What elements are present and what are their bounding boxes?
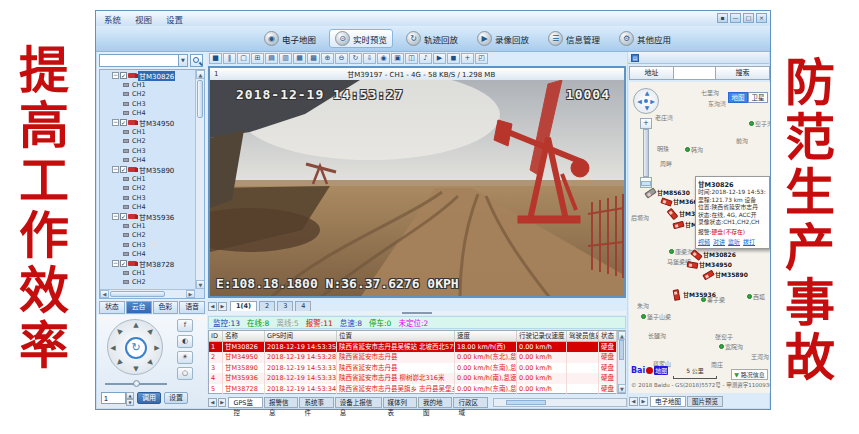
- scroll-thumb[interactable]: [110, 291, 165, 297]
- tree-channel-row[interactable]: CH2: [112, 278, 195, 287]
- popup-action-link[interactable]: 监听: [728, 237, 740, 246]
- pan-center-icon[interactable]: [644, 99, 648, 103]
- tab-scroll-right-icon[interactable]: ▶: [639, 397, 648, 406]
- vehicle-marker[interactable]: 甘M85630: [645, 188, 690, 197]
- video-cell[interactable]: 1 甘M39197 - CH1 - 4G - 58 KB/S / 1.298 M…: [208, 66, 626, 298]
- bottom-tab[interactable]: 图片预览: [687, 396, 723, 407]
- scroll-up-icon[interactable]: ▲: [196, 70, 205, 79]
- map-type-button[interactable]: 地图: [728, 92, 748, 103]
- bottom-tab[interactable]: GPS监控: [228, 397, 263, 408]
- tab-scroll-right-icon[interactable]: ▶: [218, 398, 227, 407]
- tree-channel-row[interactable]: CH2: [112, 231, 195, 240]
- nav-info[interactable]: ☰ 信息管理: [542, 29, 606, 48]
- tree-channel-row[interactable]: CH1: [112, 80, 195, 89]
- device-checkbox[interactable]: ✓: [120, 72, 127, 79]
- tab-scroll-left-icon[interactable]: ◀: [208, 398, 217, 407]
- popup-action-link[interactable]: 视频: [698, 237, 710, 246]
- pan-up-icon[interactable]: ▲: [643, 89, 651, 97]
- tree-device-row[interactable]: − ✓ 甘M35936: [112, 212, 195, 221]
- video-page-tab[interactable]: 1(4): [230, 301, 257, 311]
- light-icon[interactable]: ○: [177, 367, 193, 380]
- layout-8-icon[interactable]: ▥: [279, 53, 292, 64]
- scroll-down-icon[interactable]: ▼: [196, 280, 205, 289]
- vehicle-marker[interactable]: 甘M34950: [687, 260, 732, 269]
- bottom-tab[interactable]: 我的地图: [418, 397, 452, 408]
- menu-item[interactable]: 系统: [104, 13, 121, 25]
- tree-channel-row[interactable]: CH4: [112, 156, 195, 165]
- column-header[interactable]: ID: [209, 331, 223, 341]
- device-checkbox[interactable]: ✓: [120, 260, 127, 267]
- ptz-right-icon[interactable]: ▶: [152, 343, 162, 353]
- map-canvas[interactable]: 东沟湾 老庄湾 窑子沟 前沟 明珠 韩沟 周畔 七里沟 后塬沟 康梁沟 马堡梁组…: [629, 82, 770, 393]
- zoom-in-icon[interactable]: ⊕: [321, 53, 334, 64]
- ptz-upleft-icon[interactable]: ▲: [112, 324, 126, 338]
- side-tab[interactable]: 色彩: [153, 301, 179, 314]
- scroll-thumb[interactable]: [197, 80, 203, 118]
- preset-number-input[interactable]: [101, 392, 126, 404]
- camera-icon[interactable]: ◫: [405, 53, 418, 64]
- tree-channel-row[interactable]: CH3: [112, 193, 195, 202]
- side-tab[interactable]: 语音: [179, 301, 205, 314]
- map-search-button[interactable]: 搜索: [716, 66, 770, 80]
- video-page-tab[interactable]: 4: [295, 301, 311, 311]
- stop-icon[interactable]: ■: [209, 53, 222, 64]
- bottom-tab[interactable]: 报警信息: [264, 397, 298, 408]
- scroll-up-icon[interactable]: ▲: [618, 331, 626, 340]
- scroll-down-icon[interactable]: ▼: [618, 384, 626, 393]
- tree-channel-row[interactable]: CH3: [112, 99, 195, 108]
- ptz-auto-icon[interactable]: ↻: [125, 337, 147, 359]
- pan-down-icon[interactable]: ▲: [643, 105, 651, 113]
- iris-icon[interactable]: ◐: [177, 335, 193, 348]
- preset-call-button[interactable]: 调用: [137, 392, 161, 404]
- collapse-icon[interactable]: −: [112, 72, 119, 79]
- tree-channel-row[interactable]: CH2: [112, 184, 195, 193]
- tree-channel-row[interactable]: CH1: [112, 221, 195, 230]
- refresh-icon[interactable]: ↻: [349, 53, 362, 64]
- column-header[interactable]: 行驶记录仪速度: [517, 331, 567, 341]
- audio-icon[interactable]: ♪: [419, 53, 432, 64]
- device-checkbox[interactable]: ✓: [120, 213, 127, 220]
- vehicle-marker[interactable]: 甘M30826: [691, 250, 736, 259]
- record-icon[interactable]: ◉: [377, 53, 390, 64]
- snapshot-icon[interactable]: ▣: [391, 53, 404, 64]
- tree-hscrollbar[interactable]: ◀ ▶: [100, 289, 195, 298]
- collapse-icon[interactable]: −: [112, 119, 119, 126]
- bottom-tab[interactable]: 行政区域: [453, 397, 487, 408]
- table-row[interactable]: 3 甘M35890 2018-12-19 14:53:33 陕西省延安市志丹县 …: [209, 363, 625, 373]
- nav-track[interactable]: ↻ 轨迹回放: [400, 29, 464, 48]
- ptz-wheel[interactable]: ▲ ▲ ▶ ▲ ▼ ▲ ◀ ▲ ↻: [107, 319, 163, 375]
- bottom-tab[interactable]: 电子地图: [650, 396, 686, 407]
- tree-device-row[interactable]: − ✓ 甘M35890: [112, 165, 195, 174]
- bottom-tab[interactable]: 媒体列表: [383, 397, 417, 408]
- ptz-downleft-icon[interactable]: ▲: [112, 356, 126, 370]
- tree-device-row[interactable]: − ✓ 甘M38728: [112, 259, 195, 268]
- device-search-button[interactable]: [190, 54, 203, 67]
- map-type-button[interactable]: 卫星: [748, 92, 768, 103]
- popup-action-link[interactable]: 对讲: [713, 237, 725, 246]
- collapse-icon[interactable]: −: [112, 260, 119, 267]
- ptz-up-icon[interactable]: ▲: [131, 320, 141, 330]
- nav-live[interactable]: ⊙ 实时预览: [329, 29, 393, 48]
- layout-6-icon[interactable]: ▤: [265, 53, 278, 64]
- bottom-tab[interactable]: 设备上报信息: [335, 397, 382, 408]
- scroll-right-icon[interactable]: ▶: [186, 290, 195, 298]
- collapse-icon[interactable]: −: [112, 213, 119, 220]
- ptz-zoom-slider[interactable]: [105, 380, 167, 388]
- zoom-slider[interactable]: [643, 129, 649, 177]
- ptz-left-icon[interactable]: ◀: [108, 343, 118, 353]
- minimize-button[interactable]: —: [730, 13, 741, 23]
- tree-channel-row[interactable]: CH1: [112, 268, 195, 277]
- device-search-input[interactable]: [99, 54, 179, 67]
- scroll-thumb[interactable]: [619, 340, 624, 360]
- map-pan-control[interactable]: ▲ ▲ ▲ ▲: [633, 88, 659, 114]
- ptz-down-icon[interactable]: ▼: [131, 364, 141, 374]
- zoom-in-icon[interactable]: +: [640, 118, 652, 129]
- address-input[interactable]: [674, 66, 716, 80]
- table-hscrollbar[interactable]: [493, 398, 627, 407]
- tree-channel-row[interactable]: CH3: [112, 240, 195, 249]
- video-page-tab[interactable]: 2: [259, 301, 275, 311]
- column-header[interactable]: 状态: [599, 331, 617, 341]
- pin-button[interactable]: ▪: [717, 13, 728, 23]
- column-header[interactable]: 名称: [223, 331, 265, 341]
- step-down-icon[interactable]: ▼: [126, 399, 134, 406]
